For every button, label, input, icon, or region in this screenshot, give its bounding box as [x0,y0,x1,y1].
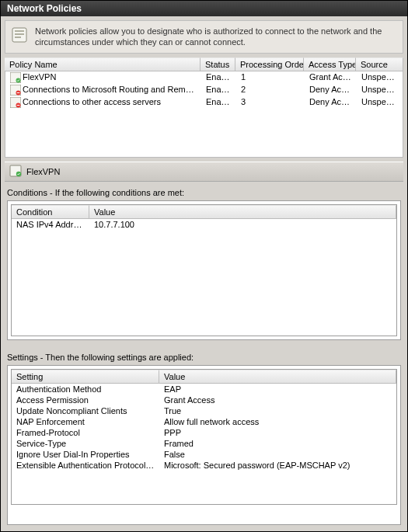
col-source[interactable]: Source [356,57,403,71]
col-policy-name[interactable]: Policy Name [5,57,201,71]
setting-name-cell: Authentication Method [12,384,159,395]
col-order[interactable]: Processing Order [235,57,304,71]
svg-rect-3 [15,37,21,38]
policy-row[interactable]: Connections to other access serversEnabl… [5,96,403,109]
setting-name-cell: Framed-Protocol [12,427,159,438]
policy-name-cell: Connections to other access servers [23,97,161,106]
policies-body[interactable]: FlexVPNEnabled1Grant Acce...UnspecifiedC… [5,71,403,158]
policy-source-cell: Unspecified [357,84,403,96]
setting-name-cell: NAP Enforcement [12,416,159,427]
conditions-header-row: Condition Value [12,205,396,219]
setting-value-cell: False [159,449,396,460]
policy-order-cell: 3 [236,96,305,109]
setting-value-cell: Microsoft: Secured password (EAP-MSCHAP … [159,460,396,471]
svg-rect-1 [15,30,24,32]
info-bar: Network policies allow you to designate … [5,20,403,54]
policy-status-icon [10,72,21,83]
setting-value-cell: PPP [159,427,396,438]
setting-value-cell: EAP [159,384,396,395]
policy-status-cell: Enabled [201,84,236,96]
svg-rect-2 [15,33,24,35]
setting-name-cell: Extensible Authentication Protocol Metho… [12,460,159,471]
settings-box: Setting Value Authentication MethodEAPAc… [7,365,401,525]
policy-detail-icon [9,165,22,179]
col-setting[interactable]: Setting [12,370,159,384]
policy-status-icon [10,85,21,96]
policy-row[interactable]: Connections to Microsoft Routing and Rem… [5,84,403,96]
setting-row[interactable]: Update Noncompliant ClientsTrue [12,405,396,416]
detail-header: FlexVPN [5,162,403,182]
policy-order-cell: 2 [236,84,305,96]
setting-row[interactable]: Extensible Authentication Protocol Metho… [12,460,396,471]
condition-name-cell: NAS IPv4 Address [12,219,89,230]
setting-value-cell: Allow full network access [159,416,396,427]
policy-order-cell: 1 [236,71,305,84]
policy-source-cell: Unspecified [357,71,403,84]
policy-name-cell: FlexVPN [23,72,56,82]
condition-row[interactable]: NAS IPv4 Address10.7.7.100 [12,219,396,230]
setting-row[interactable]: Ignore User Dial-In PropertiesFalse [12,449,396,460]
policies-header-row: Policy Name Status Processing Order Acce… [5,57,403,71]
policy-source-cell: Unspecified [357,96,403,109]
policy-row[interactable]: FlexVPNEnabled1Grant Acce...Unspecified [5,71,403,84]
policy-status-icon [10,97,21,108]
setting-row[interactable]: Framed-ProtocolPPP [12,427,396,438]
col-condition[interactable]: Condition [12,205,89,219]
setting-name-cell: Access Permission [12,395,159,405]
setting-row[interactable]: NAP EnforcementAllow full network access [12,416,396,427]
policy-status-cell: Enabled [201,96,236,109]
svg-rect-11 [17,105,20,106]
conditions-label: Conditions - If the following conditions… [7,188,401,197]
setting-name-cell: Ignore User Dial-In Properties [12,449,159,460]
setting-row[interactable]: Access PermissionGrant Access [12,395,396,405]
setting-value-cell: True [159,405,396,416]
info-text: Network policies allow you to designate … [35,26,398,48]
col-cond-value[interactable]: Value [89,205,396,219]
policy-access-cell: Grant Acce... [305,71,357,84]
info-icon [10,26,29,44]
setting-name-cell: Service-Type [12,438,159,449]
policy-access-cell: Deny Access [305,96,357,109]
col-set-value[interactable]: Value [159,370,396,384]
settings-header-row: Setting Value [12,370,396,384]
policy-name-cell: Connections to Microsoft Routing and Rem… [23,85,201,94]
col-status[interactable]: Status [201,57,235,71]
setting-row[interactable]: Service-TypeFramed [12,438,396,449]
condition-value-cell: 10.7.7.100 [89,219,396,230]
window-title: Network Policies [1,1,407,16]
conditions-body[interactable]: NAS IPv4 Address10.7.7.100 [12,219,396,336]
policy-status-cell: Enabled [201,71,236,84]
settings-body[interactable]: Authentication MethodEAPAccess Permissio… [12,384,396,504]
policies-table[interactable]: Policy Name Status Processing Order Acce… [5,57,403,71]
conditions-box: Condition Value NAS IPv4 Address10.7.7.1… [7,200,401,340]
col-access[interactable]: Access Type [304,57,356,71]
setting-value-cell: Grant Access [159,395,396,405]
svg-rect-8 [17,92,20,93]
setting-row[interactable]: Authentication MethodEAP [12,384,396,395]
settings-label: Settings - Then the following settings a… [7,353,401,362]
detail-policy-name: FlexVPN [26,167,60,176]
setting-name-cell: Update Noncompliant Clients [12,405,159,416]
setting-value-cell: Framed [159,438,396,449]
policy-access-cell: Deny Access [305,84,357,96]
network-policies-window: Network Policies Network policies allow … [0,0,408,532]
